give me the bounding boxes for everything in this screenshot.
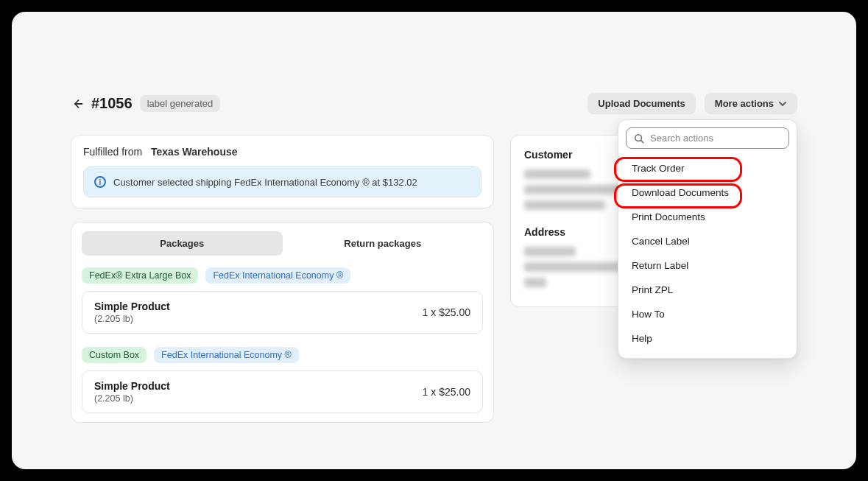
product-price: 1 x $25.00 xyxy=(423,386,470,398)
redacted-text xyxy=(524,200,605,210)
menu-item-print-documents[interactable]: Print Documents xyxy=(626,205,789,229)
order-title: #1056 xyxy=(91,95,133,112)
search-actions-input[interactable] xyxy=(650,133,781,144)
info-text: Customer selected shipping FedEx Interna… xyxy=(113,177,417,188)
fulfilled-location: Texas Warehouse xyxy=(151,146,238,158)
page-header: #1056 label generated Upload Documents M… xyxy=(71,93,797,114)
menu-item-cancel-label[interactable]: Cancel Label xyxy=(626,229,789,253)
package-chips: Custom Box FedEx International Economy ® xyxy=(82,347,483,363)
package-chips: FedEx® Extra Large Box FedEx Internation… xyxy=(82,267,483,284)
info-icon: i xyxy=(94,176,106,188)
status-badge: label generated xyxy=(140,95,221,112)
product-price: 1 x $25.00 xyxy=(423,306,470,318)
menu-item-print-zpl[interactable]: Print ZPL xyxy=(626,278,789,302)
redacted-text xyxy=(524,169,590,179)
shipping-info-banner: i Customer selected shipping FedEx Inter… xyxy=(83,166,481,197)
btn-label: More actions xyxy=(715,98,774,109)
menu-item-help[interactable]: Help xyxy=(626,326,789,351)
service-chip: FedEx International Economy ® xyxy=(154,347,299,363)
redacted-text xyxy=(524,247,576,256)
tab-return-packages[interactable]: Return packages xyxy=(283,231,484,256)
redacted-text xyxy=(524,278,546,287)
product-meta: (2.205 lb) xyxy=(94,314,170,324)
fulfilled-from-line: Fulfilled from Texas Warehouse xyxy=(83,146,481,158)
package-product-row: Simple Product (2.205 lb) 1 x $25.00 xyxy=(82,291,483,334)
search-icon xyxy=(634,133,644,144)
app-window: #1056 label generated Upload Documents M… xyxy=(12,12,856,469)
box-chip: Custom Box xyxy=(82,347,147,363)
menu-item-return-label[interactable]: Return Label xyxy=(626,253,789,278)
btn-label: Upload Documents xyxy=(598,98,685,109)
more-actions-button[interactable]: More actions xyxy=(705,93,797,114)
package-product-row: Simple Product (2.205 lb) 1 x $25.00 xyxy=(82,371,483,413)
more-actions-menu: Track Order Download Documents Print Doc… xyxy=(618,119,797,359)
packages-card: Packages Return packages FedEx® Extra La… xyxy=(71,222,494,423)
search-actions-wrap[interactable] xyxy=(626,127,789,149)
fulfilled-prefix: Fulfilled from xyxy=(83,146,142,158)
fulfillment-card: Fulfilled from Texas Warehouse i Custome… xyxy=(71,135,494,208)
chevron-down-icon xyxy=(778,99,787,108)
product-meta: (2.205 lb) xyxy=(94,393,170,404)
upload-documents-button[interactable]: Upload Documents xyxy=(588,93,695,114)
menu-item-how-to[interactable]: How To xyxy=(626,302,789,326)
back-arrow-icon[interactable] xyxy=(71,97,84,110)
product-name: Simple Product xyxy=(94,380,170,392)
menu-item-track-order[interactable]: Track Order xyxy=(626,156,789,180)
menu-item-download-documents[interactable]: Download Documents xyxy=(626,180,789,205)
service-chip: FedEx International Economy ® xyxy=(205,267,350,284)
packages-tabs: Packages Return packages xyxy=(82,231,483,256)
box-chip: FedEx® Extra Large Box xyxy=(82,267,198,284)
tab-packages[interactable]: Packages xyxy=(82,231,283,256)
product-name: Simple Product xyxy=(94,301,170,312)
